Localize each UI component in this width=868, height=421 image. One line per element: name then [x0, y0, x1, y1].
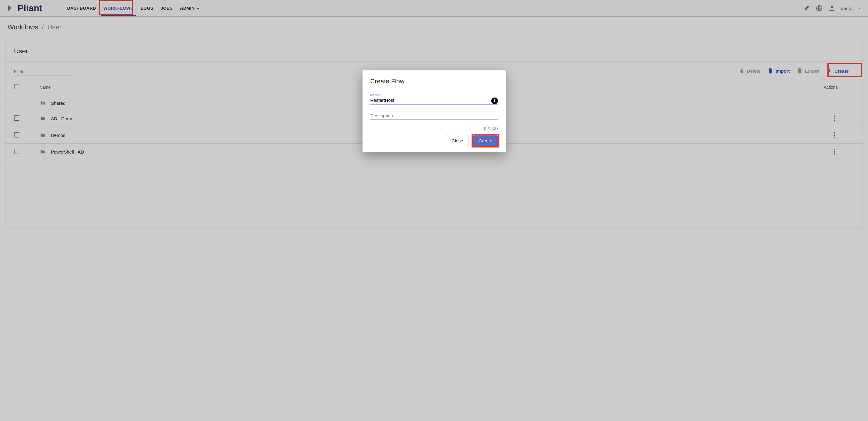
- name-label: Name *: [370, 93, 498, 97]
- close-button[interactable]: Close: [446, 135, 469, 146]
- name-label-text: Name: [370, 93, 379, 97]
- char-counter: 0 / 500: [370, 126, 498, 131]
- dialog-create-button[interactable]: Create: [473, 136, 498, 146]
- name-field: Name * i: [370, 93, 498, 104]
- name-input[interactable]: [370, 97, 498, 104]
- dialog-actions: Close Create: [370, 135, 498, 146]
- info-icon[interactable]: i: [491, 97, 498, 104]
- create-flow-dialog: Create Flow Name * i 0 / 500 Close Creat…: [363, 70, 506, 152]
- required-asterisk: *: [380, 93, 381, 97]
- description-input[interactable]: [370, 108, 498, 120]
- dialog-title: Create Flow: [370, 78, 498, 85]
- modal-overlay[interactable]: Create Flow Name * i 0 / 500 Close Creat…: [0, 0, 868, 421]
